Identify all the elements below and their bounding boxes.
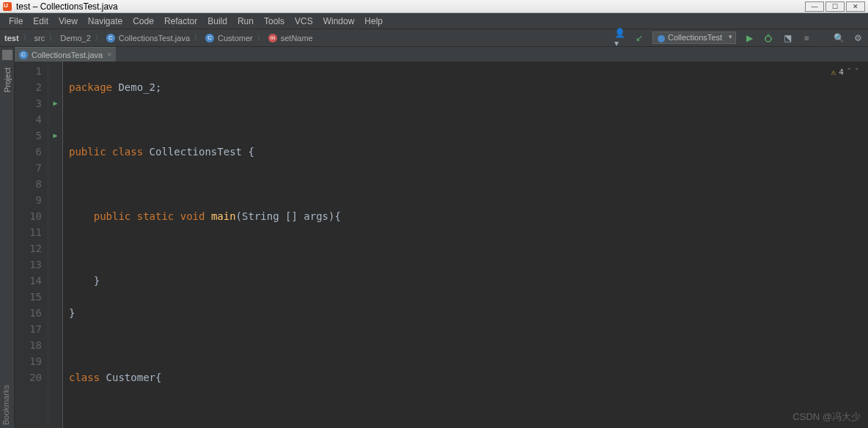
- nav-bar: test 〉 src 〉 Demo_2 〉 C CollectionsTest.…: [0, 29, 868, 47]
- line-gutter: 1234567891011121314151617181920: [15, 62, 48, 428]
- run-button[interactable]: ▶: [743, 32, 755, 44]
- menu-bar: File Edit View Navigate Code Refactor Bu…: [0, 13, 868, 29]
- tool-strip-left: Project: [0, 47, 15, 428]
- run-gutter-icon[interactable]: ▶: [48, 95, 62, 111]
- editor[interactable]: 1234567891011121314151617181920 ▶ ▶ pack…: [15, 62, 868, 428]
- class-icon: C: [19, 51, 28, 59]
- run-gutter-icon[interactable]: ▶: [48, 128, 62, 144]
- crumb-project[interactable]: test: [4, 34, 19, 43]
- inspection-widget[interactable]: ⚠ 4 ˆ ˇ: [831, 64, 860, 81]
- crumb-file[interactable]: CollectionsTest.java: [119, 34, 190, 43]
- close-button[interactable]: ✕: [846, 1, 865, 12]
- project-tool-icon[interactable]: [2, 50, 12, 60]
- window-titlebar: test – CollectionsTest.java — ☐ ✕: [0, 0, 868, 13]
- class-icon: C: [106, 34, 115, 43]
- code-area[interactable]: package Demo_2; public class Collections…: [63, 62, 868, 428]
- crumb-class[interactable]: Customer: [218, 34, 253, 43]
- crumb-src[interactable]: src: [34, 34, 45, 43]
- minimize-button[interactable]: —: [805, 1, 824, 12]
- crumb-pkg[interactable]: Demo_2: [60, 34, 91, 43]
- menu-run[interactable]: Run: [233, 15, 258, 28]
- class-icon: C: [205, 34, 214, 43]
- bookmarks-tab[interactable]: Bookmarks: [1, 385, 10, 425]
- gutter-icons: ▶ ▶: [48, 62, 63, 428]
- chevron-up-icon[interactable]: ˆ: [847, 64, 852, 81]
- tab-label: CollectionsTest.java: [32, 51, 103, 59]
- method-icon: m: [268, 34, 277, 43]
- debug-button[interactable]: [762, 32, 774, 44]
- user-add-icon[interactable]: 👤▾: [614, 32, 626, 44]
- editor-tabs: C CollectionsTest.java ×: [15, 47, 868, 62]
- menu-navigate[interactable]: Navigate: [84, 15, 127, 28]
- menu-help[interactable]: Help: [360, 15, 387, 28]
- sync-icon[interactable]: ↙: [633, 32, 645, 44]
- coverage-button[interactable]: ⬔: [781, 32, 793, 44]
- menu-refactor[interactable]: Refactor: [160, 15, 202, 28]
- project-tab[interactable]: Project: [1, 63, 13, 97]
- crumb-method[interactable]: setName: [281, 34, 313, 43]
- menu-view[interactable]: View: [54, 15, 82, 28]
- menu-vcs[interactable]: VCS: [290, 15, 317, 28]
- search-icon[interactable]: 🔍: [833, 32, 845, 44]
- maximize-button[interactable]: ☐: [825, 1, 845, 12]
- stop-button[interactable]: ■: [801, 32, 812, 44]
- tab-collectionstest[interactable]: C CollectionsTest.java ×: [15, 47, 116, 62]
- chevron-down-icon[interactable]: ˇ: [854, 64, 859, 81]
- menu-code[interactable]: Code: [128, 15, 158, 28]
- close-icon[interactable]: ×: [107, 51, 111, 59]
- svg-point-0: [765, 36, 771, 42]
- menu-file[interactable]: File: [4, 15, 27, 28]
- window-title: test – CollectionsTest.java: [16, 1, 118, 12]
- breadcrumb[interactable]: test 〉 src 〉 Demo_2 〉 C CollectionsTest.…: [4, 32, 313, 43]
- warning-count: 4: [839, 64, 844, 81]
- menu-window[interactable]: Window: [319, 15, 359, 28]
- menu-build[interactable]: Build: [203, 15, 232, 28]
- menu-tools[interactable]: Tools: [260, 15, 289, 28]
- settings-icon[interactable]: ⚙: [852, 32, 864, 44]
- warning-icon: ⚠: [831, 64, 836, 81]
- app-icon: [3, 2, 12, 11]
- menu-edit[interactable]: Edit: [29, 15, 53, 28]
- watermark: CSDN @冯大少: [792, 410, 861, 424]
- run-config-select[interactable]: CollectionsTest: [652, 32, 736, 43]
